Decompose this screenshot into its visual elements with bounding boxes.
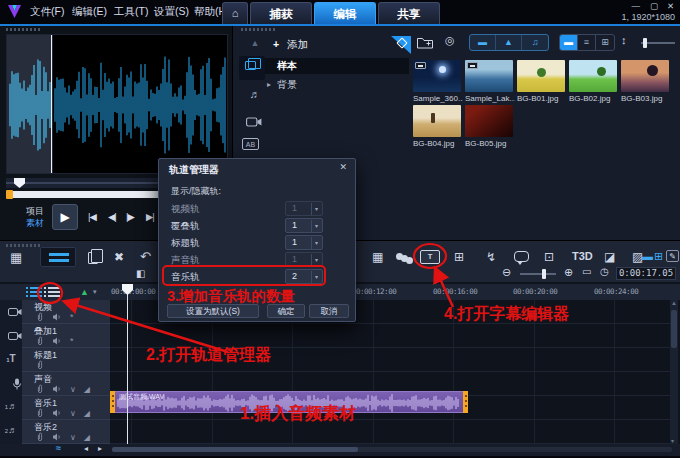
view-list-button[interactable]: ≡	[578, 35, 596, 50]
storyboard-view-button[interactable]: ▦	[10, 250, 22, 265]
thumbnail-item[interactable]: BG-B01.jpg	[517, 60, 567, 103]
horizontal-scrollbar[interactable]	[112, 447, 672, 452]
clip-left-handle[interactable]	[110, 391, 115, 413]
go-end-button[interactable]: ▶|	[146, 211, 154, 222]
waveform-toggle-icon[interactable]: ∨	[70, 409, 76, 418]
cancel-button[interactable]: 取消	[309, 304, 349, 318]
link-icon[interactable]	[36, 336, 44, 346]
pin-corner-icon[interactable]	[391, 36, 411, 54]
fade-icon[interactable]: ◢	[84, 385, 90, 394]
tab-share[interactable]: 共享	[378, 2, 440, 24]
slider-knob[interactable]	[643, 38, 647, 48]
library-title-button[interactable]: AB	[242, 138, 259, 150]
track-header-overlay[interactable]: 叠加1 *	[22, 324, 110, 348]
menu-edit[interactable]: 编辑(E)	[72, 5, 107, 19]
scrollbar-thumb[interactable]	[112, 447, 358, 452]
collapse-icon[interactable]: ▲	[243, 38, 267, 48]
menu-file[interactable]: 文件(F)	[30, 5, 64, 19]
edit-workspace-icon[interactable]: ✎	[666, 250, 679, 262]
track-header-video[interactable]: 视频 *	[22, 300, 110, 324]
dialog-close-icon[interactable]: ✕	[339, 162, 347, 172]
face-detect-icon[interactable]: ⊡	[544, 250, 554, 264]
timeline-view-button[interactable]	[40, 247, 76, 267]
fit-timeline-icon[interactable]: ▭	[582, 266, 591, 277]
add-folder-button[interactable]: +添加	[273, 38, 308, 52]
contrast-icon[interactable]: ◧	[136, 268, 145, 279]
thumbnail-size-slider[interactable]	[641, 42, 675, 44]
thumbnail-item[interactable]: BG-B04.jpg	[413, 105, 463, 148]
track-header-music1[interactable]: 音乐1 ∨◢	[22, 396, 110, 420]
record-capture-icon[interactable]: ▦	[372, 250, 383, 264]
library-media-button[interactable]	[239, 56, 265, 80]
expander-icon[interactable]: ▸	[267, 77, 271, 93]
clip-mode-label[interactable]: 素材	[26, 217, 44, 230]
track-list-icon[interactable]	[26, 287, 42, 298]
link-icon[interactable]	[36, 408, 44, 418]
mute-icon[interactable]	[52, 433, 62, 441]
chevron-down-icon[interactable]: ▾	[93, 288, 97, 296]
zoom-in-icon[interactable]: ⊕	[564, 266, 573, 279]
preview-playhead[interactable]	[51, 35, 52, 173]
scroll-right-icon[interactable]: ▸	[98, 444, 102, 453]
tools-icon[interactable]: ✖	[114, 250, 124, 264]
filter-photo-button[interactable]: ▲	[496, 35, 522, 50]
ok-button[interactable]: 确定	[267, 304, 305, 318]
track-header-title[interactable]: 标题1	[22, 348, 110, 372]
mute-icon[interactable]	[52, 313, 62, 321]
waveform-toggle-icon[interactable]: ∨	[70, 385, 76, 394]
trim-start-handle[interactable]	[6, 190, 13, 199]
speech-to-text-icon[interactable]	[514, 251, 529, 262]
filter-music-button[interactable]: ♫	[522, 35, 548, 50]
zoom-out-icon[interactable]: ⊖	[502, 266, 511, 279]
audio-zoom-icon[interactable]: ≈	[56, 443, 61, 453]
thumbnail-item[interactable]: Sample_360...	[413, 60, 463, 103]
import-folder-icon[interactable]	[417, 36, 433, 49]
tab-capture[interactable]: 捕获	[250, 2, 312, 24]
library-audio-button[interactable]: ♬	[243, 88, 267, 100]
next-frame-button[interactable]: |▶	[126, 211, 134, 222]
panel-layout-2-icon[interactable]: ⊞	[654, 250, 663, 263]
mask-creator-icon[interactable]: ◪	[604, 250, 615, 264]
menu-settings[interactable]: 设置(S)	[154, 5, 189, 19]
copy-icon[interactable]	[88, 252, 98, 264]
link-icon[interactable]	[36, 312, 44, 322]
ripple-icon[interactable]: *	[70, 312, 74, 322]
link-icon[interactable]	[36, 432, 44, 442]
track-header-music2[interactable]: 音乐2 ∨◢	[22, 420, 110, 444]
go-start-button[interactable]: |◀	[88, 211, 96, 222]
timeline-zoom-slider[interactable]	[520, 273, 556, 275]
fade-icon[interactable]: ◢	[84, 409, 90, 418]
home-tab[interactable]: ⌂	[222, 2, 248, 24]
painting-creator-icon[interactable]	[396, 253, 403, 260]
thumbnail-item[interactable]: BG-B05.jpg	[465, 105, 515, 148]
motion-tracking-icon[interactable]: ↯	[486, 250, 496, 264]
undo-icon[interactable]: ↶	[140, 249, 151, 264]
3d-title-icon[interactable]: T3D	[572, 250, 593, 262]
play-button[interactable]: ▶	[52, 204, 78, 230]
set-default-button[interactable]: 设置为默认(S)	[167, 304, 259, 318]
thumbnail-item[interactable]: BG-B02.jpg	[569, 60, 619, 103]
scrubber-handle[interactable]	[14, 178, 25, 188]
link-icon[interactable]	[36, 384, 44, 394]
vertical-scrollbar[interactable]: ▲ ▾	[670, 300, 678, 444]
scroll-down-icon[interactable]: ▾	[671, 437, 674, 444]
chroma-key-icon[interactable]: ▲	[80, 287, 89, 297]
minimize-button[interactable]: —	[632, 1, 641, 11]
mute-icon[interactable]	[52, 409, 62, 417]
sort-icon[interactable]: ↕	[621, 34, 627, 46]
clip-right-handle[interactable]	[463, 391, 468, 413]
view-grid-button[interactable]: ⊞	[596, 35, 614, 50]
slider-knob[interactable]	[542, 269, 546, 279]
thumbnail-item[interactable]: Sample_Lak...	[465, 60, 515, 103]
overlay-track-count-select[interactable]: 1 ▾	[285, 218, 323, 233]
tab-edit[interactable]: 编辑	[314, 2, 376, 24]
panel-layout-1-icon[interactable]: ▬	[642, 250, 653, 262]
thumbnail-item[interactable]: BG-B03.jpg	[621, 60, 671, 103]
scroll-up-icon[interactable]: ▲	[671, 300, 677, 306]
title-track-count-select[interactable]: 1 ▾	[285, 235, 323, 250]
library-transition-button[interactable]	[246, 116, 262, 128]
scroll-left-icon[interactable]: ◂	[84, 444, 88, 453]
view-thumbnail-button[interactable]: ▬	[560, 35, 578, 50]
clock-icon[interactable]: ◷	[600, 266, 609, 277]
folder-item-sample[interactable]: 样本	[265, 58, 409, 74]
